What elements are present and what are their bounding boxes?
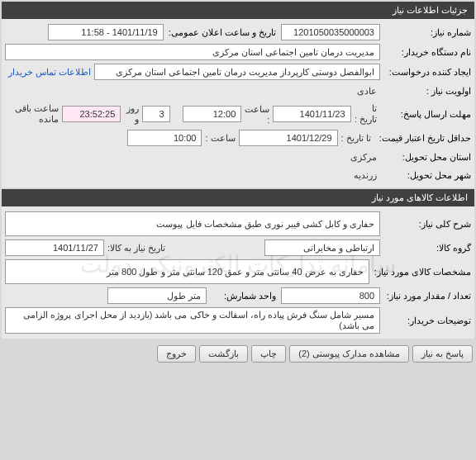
price-validity-to: تا تاریخ :	[338, 131, 374, 145]
priority-label: اولویت نیاز :	[380, 86, 471, 97]
creator-label: ایجاد کننده درخواست:	[380, 67, 471, 78]
need-number-label: شماره نیاز:	[380, 27, 471, 38]
buyer-notes-label: توضیحات خریدار:	[380, 315, 471, 326]
back-button[interactable]: بازگشت	[199, 345, 248, 363]
delivery-province-value: مرکزی	[347, 150, 380, 164]
price-validity-time-label: ساعت :	[202, 131, 238, 145]
reply-button[interactable]: پاسخ به نیاز	[412, 345, 473, 363]
public-announce-label: تاریخ و ساعت اعلان عمومی:	[164, 27, 281, 38]
general-desc-value: حفاری و کابل کشی فیبر نوری طبق مشخصات فا…	[5, 211, 380, 236]
reply-deadline-date: 1401/11/23	[273, 106, 350, 122]
buyer-notes-value: مسیر شامل سنگ فرش پیاده راه، اسفالت و خا…	[5, 307, 380, 334]
buyer-name-value: مدیریت درمان تامین اجتماعی استان مرکزی	[5, 44, 380, 60]
general-desc-label: شرح کلی نیاز:	[380, 219, 471, 230]
goods-group-value: ارتباطی و مخابراتی	[264, 239, 380, 256]
reply-deadline-label: مهلت ارسال پاسخ:	[380, 109, 471, 120]
quantity-label: تعداد / مقدار مورد نیاز:	[380, 291, 471, 301]
remaining-days: 3	[142, 106, 170, 122]
goods-spec-value: حفاری به عرض 40 سانتی متر و عمق 120 سانت…	[5, 259, 369, 284]
exit-button[interactable]: خروج	[157, 345, 196, 363]
section-header-need-details: جزئیات اطلاعات نیاز	[2, 2, 474, 19]
remaining-time: 23:52:25	[62, 106, 121, 122]
need-date-label: تاریخ نیاز به کالا:	[104, 241, 169, 255]
delivery-province-label: استان محل تحویل:	[380, 152, 471, 163]
goods-spec-label: مشخصات کالای مورد نیاز:	[369, 267, 471, 277]
delivery-city-value: زرندیه	[350, 168, 380, 183]
reply-deadline-time-label: ساعت :	[241, 102, 273, 126]
remaining-days-label: روز و	[121, 102, 141, 126]
price-validity-label: حداقل تاریخ اعتبار قیمت:	[374, 133, 471, 144]
public-announce-value: 1401/11/19 - 11:58	[48, 24, 164, 40]
print-button[interactable]: چاپ	[251, 345, 286, 363]
priority-value: عادی	[354, 84, 380, 98]
quantity-value: 800	[281, 287, 380, 304]
attachments-button[interactable]: مشاهده مدارک پیوستی (2)	[289, 345, 409, 363]
reply-deadline-to: تا تاریخ :	[351, 102, 380, 126]
contact-buyer-button[interactable]: اطلاعات تماس خریدار	[5, 67, 94, 78]
need-number-value: 1201050035000003	[281, 24, 380, 40]
reply-deadline-time: 12:00	[183, 106, 242, 122]
unit-value: متر طول	[107, 287, 207, 304]
unit-label: واحد شمارش:	[207, 291, 281, 301]
remaining-text: ساعت باقی مانده	[5, 102, 62, 126]
buyer-name-label: نام دستگاه خریدار:	[380, 47, 471, 58]
goods-group-label: گروه کالا:	[380, 243, 471, 254]
section-header-goods: اطلاعات کالاهای مورد نیاز	[2, 189, 474, 206]
need-date-value: 1401/11/27	[5, 239, 104, 256]
price-validity-date: 1401/12/29	[239, 130, 338, 146]
delivery-city-label: شهر محل تحویل:	[380, 170, 471, 181]
price-validity-time: 10:00	[127, 130, 202, 146]
creator-value: ابوالفضل دوستی کارپرداز مدیریت درمان تام…	[94, 64, 380, 80]
